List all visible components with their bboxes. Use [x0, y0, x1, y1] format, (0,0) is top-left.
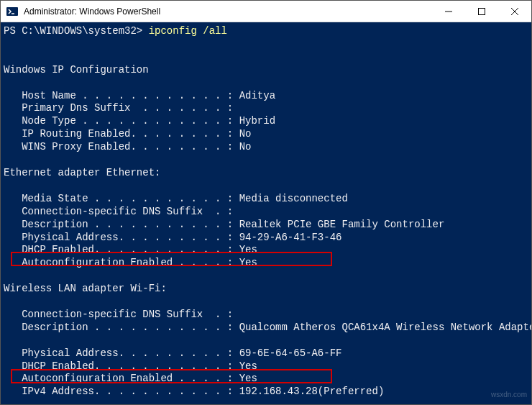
host-name: Host Name . . . . . . . . . . . . : Adit… — [4, 90, 275, 101]
wifi-physical-address: Physical Address. . . . . . . . . : 69-6… — [4, 347, 341, 359]
wifi-header: Wireless LAN adapter Wi-Fi: — [4, 283, 167, 294]
close-button[interactable] — [498, 1, 531, 22]
wifi-autoconfig: Autoconfiguration Enabled . . . . : Yes — [4, 373, 257, 384]
minimize-button[interactable] — [432, 1, 465, 22]
wifi-dhcp-enabled: DHCP Enabled. . . . . . . . . . . : Yes — [4, 360, 257, 372]
terminal-content[interactable]: PS C:\WINDOWS\system32> ipconfig /all Wi… — [1, 22, 531, 404]
maximize-button[interactable] — [465, 1, 498, 22]
section-header: Windows IP Configuration — [4, 64, 149, 76]
node-type: Node Type . . . . . . . . . . . . : Hybr… — [4, 115, 275, 127]
window-title: Administrator: Windows PowerShell — [22, 6, 432, 17]
wins-proxy: WINS Proxy Enabled. . . . . . . . : No — [4, 141, 251, 153]
prompt: PS C:\WINDOWS\system32> — [4, 25, 149, 37]
eth-media-state: Media State . . . . . . . . . . . : Medi… — [4, 193, 348, 204]
wifi-dns-suffix: Connection-specific DNS Suffix . : — [4, 309, 233, 320]
primary-dns-suffix: Primary Dns Suffix . . . . . . . : — [4, 102, 233, 114]
command: ipconfig /all — [149, 25, 227, 37]
titlebar[interactable]: Administrator: Windows PowerShell — [1, 1, 531, 22]
eth-description: Description . . . . . . . . . . . : Real… — [4, 219, 444, 230]
powershell-icon — [6, 6, 18, 17]
eth-dns-suffix: Connection-specific DNS Suffix . : — [4, 206, 233, 217]
svg-rect-0 — [6, 7, 18, 16]
svg-rect-3 — [479, 8, 485, 14]
watermark: wsxdn.com — [491, 391, 527, 400]
powershell-window: Administrator: Windows PowerShell PS C:\… — [0, 0, 532, 405]
eth-autoconfig: Autoconfiguration Enabled . . . . : Yes — [4, 257, 257, 268]
eth-dhcp-enabled: DHCP Enabled. . . . . . . . . . . : Yes — [4, 244, 257, 255]
eth-physical-address: Physical Address. . . . . . . . . : 94-2… — [4, 232, 341, 243]
ip-routing: IP Routing Enabled. . . . . . . . : No — [4, 128, 251, 140]
wifi-ipv4-address: IPv4 Address. . . . . . . . . . . : 192.… — [4, 386, 384, 397]
wifi-description: Description . . . . . . . . . . . : Qual… — [4, 322, 531, 333]
ethernet-header: Ethernet adapter Ethernet: — [4, 167, 160, 178]
window-controls — [432, 1, 531, 22]
